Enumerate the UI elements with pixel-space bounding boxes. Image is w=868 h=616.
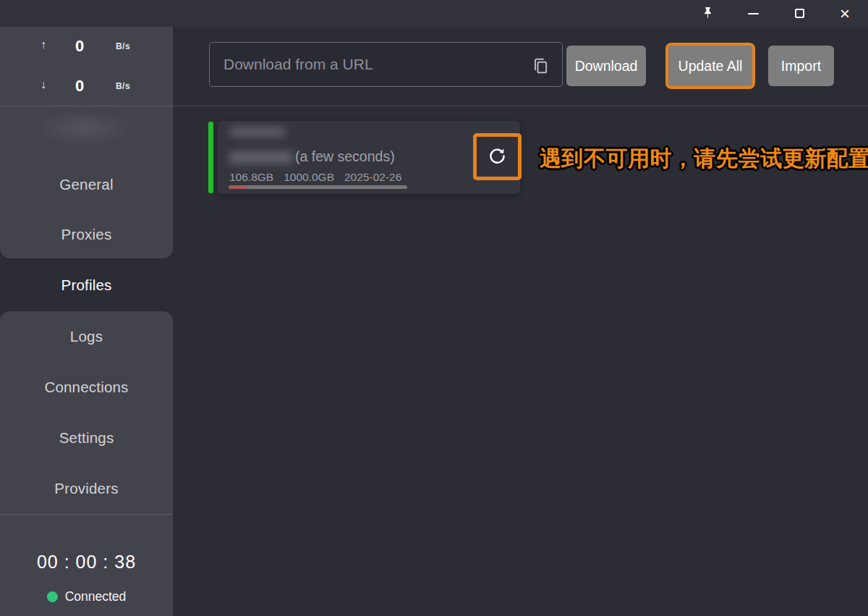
download-button[interactable]: Download — [566, 46, 646, 86]
redacted-profile-subtitle — [229, 151, 293, 164]
app-window: × ↑ 0 B/s ↓ 0 B/s General Proxies Profil… — [0, 0, 868, 616]
download-speed-value: 0 — [62, 77, 97, 96]
download-speed-row: ↓ 0 B/s — [0, 77, 173, 96]
sidebar-item-connections[interactable]: Connections — [0, 362, 173, 413]
status-label: Connected — [65, 589, 127, 604]
profile-expire-date: 2025-02-26 — [344, 171, 401, 184]
status-dot-icon — [47, 591, 58, 602]
download-arrow-icon: ↓ — [35, 78, 52, 91]
profile-total-traffic: 1000.0GB — [284, 171, 334, 184]
url-input[interactable] — [209, 42, 563, 87]
pushpin-icon — [702, 6, 714, 22]
profile-accent-bar — [208, 122, 213, 193]
redacted-profile-name — [230, 127, 285, 137]
profile-updated-text: (a few seconds) — [295, 148, 395, 165]
redacted-app-logo — [42, 116, 133, 146]
upload-speed-row: ↑ 0 B/s — [0, 37, 173, 56]
sidebar-item-label: Profiles — [61, 277, 112, 294]
sidebar-item-logs[interactable]: Logs — [0, 311, 173, 362]
minimize-icon — [748, 13, 759, 14]
annotation-text: 遇到不可用时，请先尝试更新配置 — [540, 144, 865, 174]
sidebar-item-label: General — [59, 176, 113, 193]
sidebar-item-settings[interactable]: Settings — [0, 413, 173, 463]
sidebar-item-label: Connections — [44, 379, 128, 396]
connection-status: Connected — [0, 587, 173, 606]
sidebar-item-general[interactable]: General — [0, 159, 173, 210]
header-divider — [0, 106, 868, 106]
import-button[interactable]: Import — [768, 46, 834, 86]
sidebar-item-label: Proxies — [61, 226, 112, 243]
pin-window-button[interactable] — [692, 0, 723, 27]
uptime-timer: 00 : 00 : 38 — [0, 552, 173, 573]
close-button[interactable]: × — [829, 0, 861, 27]
sidebar-item-proxies[interactable]: Proxies — [0, 209, 173, 260]
profile-stats-row: 106.8GB 1000.0GB 2025-02-26 — [229, 171, 401, 184]
download-speed-unit: B/s — [107, 81, 139, 91]
paste-from-clipboard-button[interactable] — [530, 56, 550, 76]
sidebar-item-label: Settings — [59, 429, 114, 447]
copy-icon — [530, 66, 550, 78]
titlebar: × — [0, 0, 868, 27]
upload-arrow-icon: ↑ — [35, 38, 52, 51]
profile-update-button[interactable] — [473, 133, 522, 180]
minimize-button[interactable] — [737, 0, 769, 27]
maximize-button[interactable] — [783, 0, 815, 27]
update-all-button[interactable]: Update All — [665, 43, 755, 89]
upload-speed-value: 0 — [62, 37, 97, 56]
sidebar-item-label: Providers — [54, 480, 118, 497]
refresh-icon — [488, 146, 507, 168]
profile-progress-fill — [229, 185, 247, 189]
maximize-icon — [795, 9, 804, 18]
profile-used-traffic: 106.8GB — [229, 171, 273, 184]
sidebar-item-label: Logs — [70, 328, 103, 345]
profile-progress-track — [229, 185, 407, 189]
sidebar-item-profiles-selected[interactable]: Profiles — [0, 258, 173, 311]
sidebar-footer-divider — [0, 514, 173, 515]
upload-speed-unit: B/s — [107, 41, 139, 51]
sidebar-item-providers[interactable]: Providers — [0, 463, 173, 514]
close-icon: × — [840, 5, 850, 22]
